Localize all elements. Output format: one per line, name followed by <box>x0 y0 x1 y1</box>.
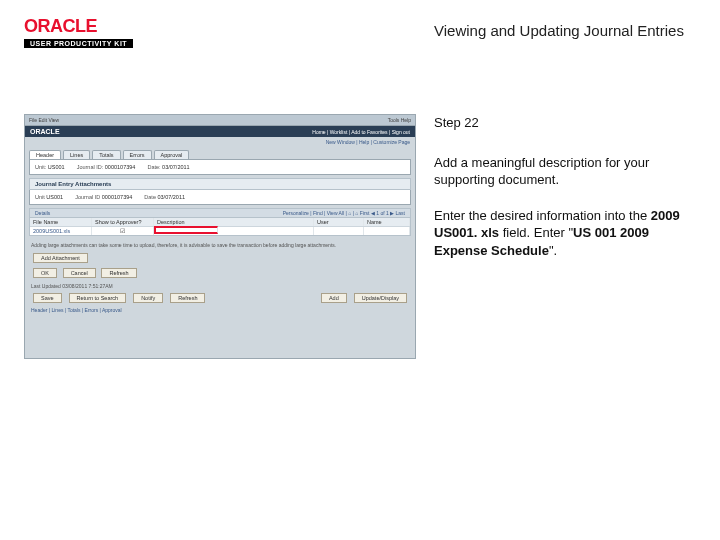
att-unit-label: Unit <box>35 194 45 200</box>
oracle-upk-logo: ORACLE USER PRODUCTIVITY KIT <box>24 16 184 48</box>
attachment-note: Adding large attachments can take some t… <box>31 242 409 249</box>
upk-label: USER PRODUCTIVITY KIT <box>24 39 133 48</box>
attachments-grid: File Name Show to Approver? Description … <box>29 218 411 236</box>
instr2-pre: Enter the desired information into the <box>434 208 651 223</box>
journalid-label: Journal ID: <box>77 164 104 170</box>
details-label: Details <box>35 210 50 216</box>
att-date-label: Date <box>144 194 156 200</box>
tab-totals[interactable]: Totals <box>92 150 120 159</box>
notify-button[interactable]: Notify <box>133 293 163 303</box>
tab-header[interactable]: Header <box>29 150 61 159</box>
browser-menubar: File Edit View Tools Help <box>25 115 415 126</box>
header-panel: Unit: US001 Journal ID: 0000107394 Date:… <box>29 159 411 175</box>
cell-filename: 2009US001.xls <box>30 227 92 235</box>
tab-errors[interactable]: Errors <box>123 150 152 159</box>
add-attachment-button[interactable]: Add Attachment <box>33 253 88 263</box>
tab-approval[interactable]: Approval <box>154 150 190 159</box>
app-brand: ORACLE <box>30 128 60 135</box>
refresh-page-button[interactable]: Refresh <box>170 293 205 303</box>
return-search-button[interactable]: Return to Search <box>69 293 127 303</box>
update-display-button[interactable]: Update/Display <box>354 293 407 303</box>
tab-links-footer: Header | Lines | Totals | Errors | Appro… <box>31 307 409 313</box>
dialog-buttons: OK Cancel Refresh <box>31 267 409 279</box>
journalid-value: 0000107394 <box>105 164 136 170</box>
step-number: Step 22 <box>434 114 696 132</box>
col-filename: File Name <box>30 218 92 226</box>
cell-description[interactable] <box>154 227 314 235</box>
instr2-post: ". <box>549 243 557 258</box>
tab-strip: Header Lines Totals Errors Approval <box>25 147 415 159</box>
cell-name <box>364 227 410 235</box>
cell-user <box>314 227 364 235</box>
save-button[interactable]: Save <box>33 293 62 303</box>
col-description: Description <box>154 218 314 226</box>
oracle-wordmark: ORACLE <box>24 16 97 37</box>
attachment-buttons: Add Attachment <box>31 252 409 264</box>
add-button[interactable]: Add <box>321 293 347 303</box>
refresh-button[interactable]: Refresh <box>101 268 136 278</box>
tab-lines[interactable]: Lines <box>63 150 90 159</box>
cell-showapprover[interactable]: ☑ <box>92 227 154 235</box>
details-bar: Details Personalize | Find | View All | … <box>29 208 411 218</box>
att-jid-value: 0000107394 <box>102 194 133 200</box>
app-brand-links: Home | Worklist | Add to Favorites | Sig… <box>312 129 410 135</box>
page-title: Viewing and Updating Journal Entries <box>184 16 696 39</box>
instruction-line1: Add a meaningful description for your su… <box>434 154 696 189</box>
browser-menu-left: File Edit View <box>29 117 59 123</box>
attachments-panel: Unit US001 Journal ID 0000107394 Date 03… <box>29 190 411 205</box>
unit-value: US001 <box>48 164 65 170</box>
attachments-header: Journal Entry Attachments <box>29 178 411 190</box>
details-paging: Personalize | Find | View All | ⌂ | ⌂ Fi… <box>283 210 405 216</box>
grid-header-row: File Name Show to Approver? Description … <box>30 218 410 227</box>
date-label: Date: <box>147 164 160 170</box>
ok-button[interactable]: OK <box>33 268 57 278</box>
col-showapprover: Show to Approver? <box>92 218 154 226</box>
col-name: Name <box>364 218 410 226</box>
att-jid-label: Journal ID <box>75 194 100 200</box>
att-date-value: 03/07/2011 <box>158 194 186 200</box>
browser-menu-right: Tools Help <box>388 117 411 123</box>
att-unit-value: US001 <box>46 194 63 200</box>
app-brandbar: ORACLE Home | Worklist | Add to Favorite… <box>25 126 415 137</box>
page-action-buttons: Save Return to Search Notify Refresh Add… <box>31 292 409 304</box>
col-user: User <box>314 218 364 226</box>
date-value: 03/07/2011 <box>162 164 190 170</box>
last-updated: Last Updated 03/08/2011 7:51:27AM <box>31 283 409 289</box>
instruction-panel: Step 22 Add a meaningful description for… <box>434 114 696 359</box>
unit-label: Unit: <box>35 164 46 170</box>
highlight-description-field <box>154 226 218 234</box>
grid-row: 2009US001.xls ☑ <box>30 227 410 235</box>
cancel-button[interactable]: Cancel <box>63 268 96 278</box>
instruction-line2: Enter the desired information into the 2… <box>434 207 696 260</box>
app-screenshot: File Edit View Tools Help ORACLE Home | … <box>24 114 416 359</box>
app-subnav: New Window | Help | Customize Page <box>25 137 415 147</box>
instr2-mid: field. Enter " <box>499 225 573 240</box>
